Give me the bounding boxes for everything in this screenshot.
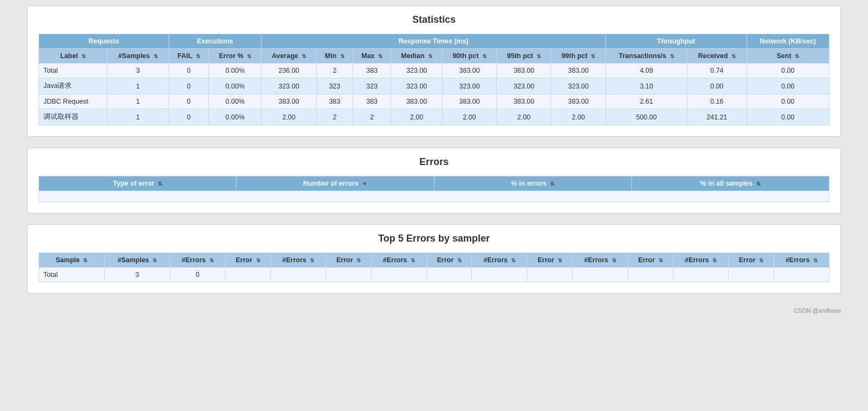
errors-table: Type of error ⇅ Number of errors ▼ % in …	[39, 176, 829, 202]
col-max[interactable]: Max ⇅	[353, 49, 391, 64]
table-cell: 323.00	[442, 78, 496, 94]
group-throughput: Throughput	[605, 34, 746, 49]
sort-t5-errors4-icon: ⇅	[511, 257, 515, 263]
table-cell: 241.21	[687, 109, 746, 125]
col-t5-errors3[interactable]: #Errors ⇅	[371, 253, 426, 268]
col-sent[interactable]: Sent ⇅	[746, 49, 829, 64]
col-t5-errors2[interactable]: #Errors ⇅	[271, 253, 326, 268]
col-sample[interactable]: Sample ⇅	[39, 253, 105, 268]
table-cell: 0	[170, 268, 225, 282]
col-t5-error6[interactable]: Error ⇅	[729, 253, 774, 268]
table-cell: 323.00	[391, 64, 442, 78]
table-cell	[628, 268, 673, 282]
table-cell: 0.74	[687, 64, 746, 78]
col-t5-samples[interactable]: #Samples ⇅	[104, 253, 170, 268]
col-label[interactable]: Label ⇅	[39, 49, 107, 64]
table-cell: 383.00	[551, 94, 605, 109]
table-cell	[426, 268, 471, 282]
table-cell: 383.00	[391, 94, 442, 109]
errors-tbody	[39, 191, 829, 202]
col-95th[interactable]: 95th pct ⇅	[497, 49, 551, 64]
col-average[interactable]: Average ⇅	[261, 49, 317, 64]
table-cell	[673, 268, 729, 282]
table-cell: 0.16	[687, 94, 746, 109]
sort-95th-icon: ⇅	[537, 53, 541, 59]
col-transactions[interactable]: Transactions/s ⇅	[605, 49, 687, 64]
sort-samples-icon: ⇅	[154, 53, 158, 59]
table-cell: 383.00	[442, 64, 496, 78]
sort-average-icon: ⇅	[302, 53, 306, 59]
table-cell: 2	[316, 64, 353, 78]
table-cell: 323.00	[261, 78, 317, 94]
table-cell: 0.00%	[209, 78, 261, 94]
col-t5-error4[interactable]: Error ⇅	[527, 253, 572, 268]
col-t5-errors1[interactable]: #Errors ⇅	[170, 253, 225, 268]
table-cell: 383.00	[497, 94, 551, 109]
table-cell: 3.10	[605, 78, 687, 94]
errors-col-pct-all[interactable]: % in all samples ⇅	[631, 176, 829, 191]
col-99th[interactable]: 99th pct ⇅	[551, 49, 605, 64]
sort-90th-icon: ⇅	[482, 53, 487, 59]
sort-min-icon: ⇅	[340, 53, 344, 59]
table-cell: Total	[39, 64, 107, 78]
col-t5-errors7[interactable]: #Errors ⇅	[774, 253, 829, 268]
col-error-pct[interactable]: Error % ⇅	[209, 49, 261, 64]
table-cell: 0.00%	[209, 94, 261, 109]
col-min[interactable]: Min ⇅	[316, 49, 353, 64]
table-cell: 0.00	[746, 109, 829, 125]
col-received[interactable]: Received ⇅	[687, 49, 746, 64]
col-t5-error5[interactable]: Error ⇅	[628, 253, 673, 268]
sort-t5-errors5-icon: ⇅	[612, 257, 616, 263]
sort-t5-error5-icon: ⇅	[659, 257, 663, 263]
table-cell	[472, 268, 527, 282]
table-cell	[527, 268, 572, 282]
col-t5-errors5[interactable]: #Errors ⇅	[572, 253, 628, 268]
statistics-title: Statistics	[39, 14, 829, 26]
col-t5-error1[interactable]: Error ⇅	[225, 253, 270, 268]
table-cell: Total	[39, 268, 105, 282]
sort-t5-error3-icon: ⇅	[457, 257, 462, 263]
table-cell: 2	[316, 109, 353, 125]
errors-col-pct-errors[interactable]: % in errors ⇅	[434, 176, 631, 191]
table-cell: 1	[107, 78, 169, 94]
col-samples[interactable]: #Samples ⇅	[107, 49, 169, 64]
errors-col-number[interactable]: Number of errors ▼	[237, 176, 434, 191]
col-fail[interactable]: FAIL ⇅	[169, 49, 209, 64]
sort-sent-icon: ⇅	[795, 53, 799, 59]
table-cell: 0.00	[746, 64, 829, 78]
table-cell: 383	[353, 94, 391, 109]
group-response-times: Response Times (ms)	[261, 34, 606, 49]
table-cell: 0	[169, 94, 209, 109]
sort-99th-icon: ⇅	[591, 53, 595, 59]
sort-fail-icon: ⇅	[196, 53, 200, 59]
table-cell: 0	[169, 78, 209, 94]
table-cell: 2.00	[261, 109, 317, 125]
errors-col-type[interactable]: Type of error ⇅	[39, 176, 237, 191]
sort-received-icon: ⇅	[731, 53, 736, 59]
col-median[interactable]: Median ⇅	[391, 49, 442, 64]
table-cell: 2.00	[391, 109, 442, 125]
table-cell	[774, 268, 829, 282]
col-t5-errors4[interactable]: #Errors ⇅	[472, 253, 527, 268]
group-executions: Executions	[169, 34, 261, 49]
table-cell: 0.00%	[209, 64, 261, 78]
sort-t5-errors7-icon: ⇅	[813, 257, 818, 263]
col-t5-error2[interactable]: Error ⇅	[326, 253, 371, 268]
table-cell	[371, 268, 426, 282]
col-t5-error3[interactable]: Error ⇅	[426, 253, 471, 268]
table-cell: Java请求	[39, 78, 107, 94]
table-cell	[729, 268, 774, 282]
top5errors-title: Top 5 Errors by sampler	[39, 233, 829, 244]
sort-t5-errors2-icon: ⇅	[310, 257, 314, 263]
sort-label-icon: ⇅	[81, 53, 86, 59]
table-cell: 1	[107, 109, 169, 125]
table-cell: 0.00	[746, 94, 829, 109]
sort-max-icon: ⇅	[378, 53, 382, 59]
col-90th[interactable]: 90th pct ⇅	[442, 49, 496, 64]
table-cell: 383.00	[261, 94, 317, 109]
errors-title: Errors	[39, 156, 829, 168]
table-cell: 383	[316, 94, 353, 109]
sort-type-icon: ⇅	[158, 181, 162, 187]
col-t5-errors6[interactable]: #Errors ⇅	[673, 253, 729, 268]
group-network: Network (KB/sec)	[746, 34, 829, 49]
